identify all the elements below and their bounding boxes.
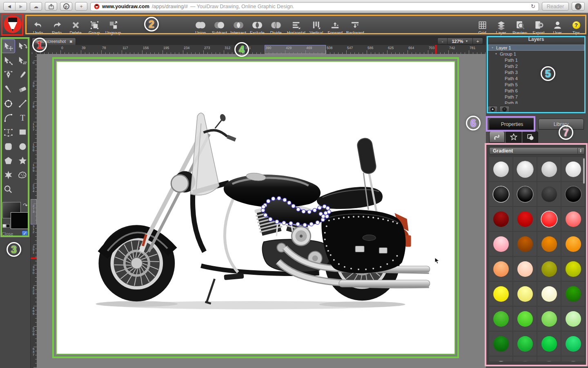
gradient-swatch-cell[interactable] xyxy=(489,307,512,331)
gradient-swatch-cell[interactable] xyxy=(489,282,512,306)
layer-item-path-5[interactable]: Path 5 xyxy=(487,81,585,88)
toolbar-button-intersect[interactable]: Intersect xyxy=(229,15,247,35)
toolbar-button-ungroup[interactable]: Ungroup xyxy=(104,15,122,35)
toolbar-button-preview[interactable]: Preview xyxy=(510,15,529,35)
tool-text[interactable]: T xyxy=(16,111,29,125)
zoom-in-button[interactable]: + xyxy=(473,38,483,45)
toolbar-button-layer[interactable]: Layer xyxy=(492,15,510,35)
toolbar-button-grid[interactable]: Grid xyxy=(473,15,492,35)
gradient-swatch-15[interactable] xyxy=(541,236,557,252)
gradient-swatch-1[interactable] xyxy=(493,162,509,177)
gradient-swatch-cell[interactable] xyxy=(489,157,512,181)
toolbar-button-divide[interactable]: Divide xyxy=(267,15,285,35)
gradient-swatch-cell[interactable] xyxy=(537,307,561,331)
downloads-button[interactable]: ↓ xyxy=(572,2,585,11)
toolbar-button-vertical[interactable]: Vertical xyxy=(307,15,326,35)
gradient-swatch-cell[interactable] xyxy=(561,232,585,256)
toolbar-button-union[interactable]: Union xyxy=(191,15,210,35)
refresh-icon[interactable]: ↻ xyxy=(531,3,535,9)
tool-scale[interactable] xyxy=(1,54,15,67)
tool-eraser[interactable] xyxy=(16,82,29,96)
tool-rounded-rectangle[interactable] xyxy=(1,139,15,153)
canvas-viewport[interactable] xyxy=(37,54,486,368)
gradient-swatch-cell[interactable] xyxy=(561,332,585,356)
tool-ellipse-nodes[interactable] xyxy=(1,96,15,110)
gradient-swatch-5[interactable] xyxy=(493,186,509,202)
tool-pentagon[interactable] xyxy=(1,154,15,168)
toolbar-button-horizontal[interactable]: Horizontal xyxy=(285,15,307,35)
subtab-favorites[interactable] xyxy=(506,131,521,143)
tool-brush[interactable] xyxy=(1,82,15,96)
gradient-swatch-cell[interactable] xyxy=(561,307,585,331)
gradient-swatch-16[interactable] xyxy=(566,236,581,252)
remove-layer-button[interactable]: − xyxy=(499,106,510,112)
layer-item-path-4[interactable]: Path 4 xyxy=(487,75,585,81)
subtab-shapes[interactable] xyxy=(523,131,538,143)
nav-back-forward[interactable]: ◀▶ xyxy=(3,2,27,11)
gradient-swatch-cell[interactable] xyxy=(489,332,512,356)
tool-rotate[interactable] xyxy=(16,39,29,53)
gradient-swatch-17[interactable] xyxy=(493,261,509,277)
gradient-swatch-21[interactable] xyxy=(493,286,509,302)
gradient-swatch-cell[interactable] xyxy=(561,157,585,181)
tool-spray[interactable] xyxy=(16,168,29,182)
share-button[interactable] xyxy=(45,2,57,11)
gradient-swatch-26[interactable] xyxy=(517,311,533,327)
gradient-swatch-9[interactable] xyxy=(493,211,509,227)
expander-icon[interactable]: ▼ xyxy=(491,46,494,49)
gradient-swatch-cell[interactable] xyxy=(513,332,537,356)
gradient-swatch-22[interactable] xyxy=(517,286,533,302)
gradient-swatch-cell[interactable] xyxy=(537,157,561,181)
swap-colors-icon[interactable]: ↶ xyxy=(23,202,28,209)
gradient-swatch-20[interactable] xyxy=(566,261,581,277)
scrollbar-thumb[interactable] xyxy=(583,158,585,184)
gradient-swatch-cell[interactable] xyxy=(513,157,537,181)
subtab-fill-style[interactable] xyxy=(489,131,505,143)
gradient-swatch-31[interactable] xyxy=(541,336,557,352)
gradient-swatch-12[interactable] xyxy=(566,211,581,227)
default-colors-icon[interactable] xyxy=(2,224,10,228)
layer-item-path-7[interactable]: Path 7 xyxy=(487,94,585,100)
gradient-swatch-cell[interactable] xyxy=(513,257,537,281)
gradient-swatch-4[interactable] xyxy=(566,162,581,177)
gradient-swatch-25[interactable] xyxy=(493,311,509,327)
layer-item-layer-1[interactable]: ▼Layer 1 xyxy=(488,45,584,51)
gradient-swatch-2[interactable] xyxy=(517,162,533,177)
tool-rectangle[interactable] xyxy=(16,125,29,139)
gradient-dropdown[interactable]: Gradient ▲▼ xyxy=(489,147,585,155)
tool-move[interactable] xyxy=(1,39,15,53)
gradient-swatch-cell[interactable] xyxy=(513,182,537,206)
artboard[interactable] xyxy=(56,61,455,355)
gradient-swatch-cell[interactable] xyxy=(561,207,585,231)
toolbar-button-redo[interactable]: Redo xyxy=(47,15,66,35)
toolbar-button-export[interactable]: Export xyxy=(529,15,548,35)
gradient-swatch-7[interactable] xyxy=(541,186,557,202)
toolbar-button-exclude[interactable]: Exclude xyxy=(248,15,267,35)
spinner-icon[interactable]: ▲▼ xyxy=(577,148,584,154)
gradient-swatch-cell[interactable] xyxy=(489,257,512,281)
gradient-swatch-cell[interactable] xyxy=(561,257,585,281)
gradient-swatch-33[interactable] xyxy=(493,361,509,362)
gradient-swatch-18[interactable] xyxy=(517,261,533,277)
gradient-swatch-28[interactable] xyxy=(566,311,581,327)
gradient-swatch-cell[interactable] xyxy=(537,207,561,231)
tool-line[interactable] xyxy=(16,96,29,110)
add-layer-button[interactable]: ▲ xyxy=(488,106,498,112)
pinterest-button[interactable]: p xyxy=(60,2,72,11)
tool-text-on-path[interactable]: T xyxy=(1,125,15,139)
gradient-swatch-cell[interactable] xyxy=(489,232,512,256)
expander-icon[interactable]: ▼ xyxy=(494,52,498,55)
gradient-swatch-36[interactable] xyxy=(566,361,581,362)
gradient-swatch-35[interactable] xyxy=(541,361,557,362)
document-tab[interactable]: moto screenshot ✖ xyxy=(32,38,76,45)
close-tab-icon[interactable]: ✖ xyxy=(69,40,73,44)
tool-zoom[interactable] xyxy=(1,182,15,196)
toolbar-button-group[interactable]: Group xyxy=(85,15,104,35)
gradient-swatch-cell[interactable] xyxy=(489,207,512,231)
tool-burst[interactable] xyxy=(1,168,15,182)
layer-item-path-1[interactable]: Path 1 xyxy=(487,57,585,63)
gradient-swatch-cell[interactable] xyxy=(537,357,561,361)
gradient-swatch-27[interactable] xyxy=(541,311,557,327)
layer-item-path-6[interactable]: Path 6 xyxy=(487,88,585,94)
toolbar-button-user[interactable]: User xyxy=(548,15,567,35)
